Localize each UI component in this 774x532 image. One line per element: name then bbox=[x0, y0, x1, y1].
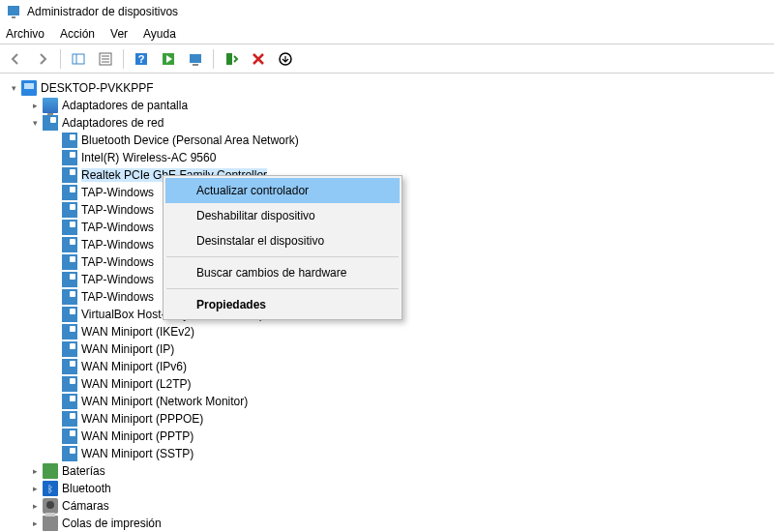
svg-rect-12 bbox=[193, 64, 198, 66]
menu-file[interactable]: Archivo bbox=[6, 27, 45, 41]
monitor-icon bbox=[43, 98, 58, 113]
action-button[interactable] bbox=[157, 47, 180, 71]
network-adapter-icon bbox=[62, 341, 77, 357]
uninstall-device-button[interactable] bbox=[274, 47, 297, 71]
tree-item-wan-ikev2[interactable]: WAN Miniport (IKEv2) bbox=[8, 323, 774, 340]
toolbar-separator bbox=[60, 49, 61, 69]
network-adapter-icon bbox=[62, 307, 77, 322]
chevron-right-icon[interactable]: ▸ bbox=[29, 465, 41, 477]
window-titlebar: Administrador de dispositivos bbox=[0, 0, 774, 23]
network-adapter-icon bbox=[62, 289, 77, 305]
svg-rect-13 bbox=[226, 53, 232, 65]
tree-category-cameras[interactable]: ▸ Cámaras bbox=[8, 497, 774, 515]
network-adapter-icon bbox=[62, 411, 77, 427]
network-adapter-icon bbox=[62, 150, 77, 165]
network-adapter-icon bbox=[62, 254, 77, 270]
chevron-down-icon[interactable]: ▾ bbox=[29, 117, 41, 129]
menu-help[interactable]: Ayuda bbox=[143, 27, 176, 41]
chevron-down-icon[interactable]: ▾ bbox=[8, 82, 19, 94]
tree-root[interactable]: ▾ DESKTOP-PVKKPPF bbox=[8, 79, 774, 97]
forward-button[interactable] bbox=[31, 47, 54, 71]
tree-item-wan-l2tp[interactable]: WAN Miniport (L2TP) bbox=[8, 375, 774, 393]
toolbar-separator bbox=[123, 49, 124, 69]
tree-item-intel-wifi[interactable]: Intel(R) Wireless-AC 9560 bbox=[8, 149, 774, 166]
toolbar-separator bbox=[213, 49, 214, 69]
chevron-right-icon[interactable]: ▸ bbox=[29, 100, 41, 111]
context-menu-separator bbox=[166, 288, 399, 289]
chevron-right-icon[interactable]: ▸ bbox=[29, 483, 41, 494]
tree-item-wan-netmon[interactable]: WAN Miniport (Network Monitor) bbox=[8, 393, 774, 410]
window-title: Administrador de dispositivos bbox=[27, 5, 178, 18]
toolbar: ? bbox=[0, 44, 774, 74]
network-adapter-icon bbox=[43, 115, 58, 131]
tree-category-print-queues[interactable]: ▸ Colas de impresión bbox=[8, 515, 774, 532]
tree-category-bluetooth[interactable]: ▸ ᛒ Bluetooth bbox=[8, 480, 774, 497]
tree-item-bt-pan[interactable]: Bluetooth Device (Personal Area Network) bbox=[8, 132, 774, 149]
svg-text:?: ? bbox=[138, 53, 145, 65]
chevron-right-icon[interactable]: ▸ bbox=[29, 500, 41, 512]
network-adapter-icon bbox=[62, 272, 77, 287]
network-adapter-icon bbox=[62, 394, 77, 409]
svg-rect-2 bbox=[73, 54, 84, 64]
tree-item-wan-pppoe[interactable]: WAN Miniport (PPPOE) bbox=[8, 410, 774, 428]
computer-icon bbox=[21, 80, 37, 96]
tree-category-network-adapters[interactable]: ▾ Adaptadores de red bbox=[8, 114, 774, 132]
tree-item-wan-ip[interactable]: WAN Miniport (IP) bbox=[8, 340, 774, 358]
context-menu-separator bbox=[166, 256, 399, 257]
tree-item-wan-sstp[interactable]: WAN Miniport (SSTP) bbox=[8, 445, 774, 462]
enable-device-button[interactable] bbox=[220, 47, 243, 71]
network-adapter-icon bbox=[62, 324, 77, 340]
ctx-properties[interactable]: Propiedades bbox=[165, 292, 400, 317]
tree-root-label: DESKTOP-PVKKPPF bbox=[41, 81, 153, 95]
menubar: Archivo Acción Ver Ayuda bbox=[0, 23, 774, 44]
svg-rect-11 bbox=[190, 54, 201, 63]
network-adapter-icon bbox=[62, 429, 77, 444]
printer-icon bbox=[43, 516, 58, 531]
ctx-disable-device[interactable]: Deshabilitar dispositivo bbox=[165, 203, 400, 228]
camera-icon bbox=[43, 498, 58, 514]
svg-rect-1 bbox=[12, 16, 15, 18]
svg-rect-0 bbox=[8, 6, 19, 15]
context-menu: Actualizar controlador Deshabilitar disp… bbox=[163, 175, 402, 320]
back-button[interactable] bbox=[4, 47, 27, 71]
app-icon bbox=[6, 4, 21, 19]
network-adapter-icon bbox=[62, 376, 77, 392]
network-adapter-icon bbox=[62, 359, 77, 374]
network-adapter-icon bbox=[62, 167, 77, 183]
tree-item-wan-pptp[interactable]: WAN Miniport (PPTP) bbox=[8, 428, 774, 445]
ctx-scan-hardware[interactable]: Buscar cambios de hardware bbox=[165, 260, 400, 285]
chevron-right-icon[interactable]: ▸ bbox=[29, 517, 41, 529]
network-adapter-icon bbox=[62, 446, 77, 461]
network-adapter-icon bbox=[62, 185, 77, 200]
ctx-uninstall-device[interactable]: Desinstalar el dispositivo bbox=[165, 228, 400, 253]
tree-category-display-adapters[interactable]: ▸ Adaptadores de pantalla bbox=[8, 97, 774, 114]
show-hide-tree-button[interactable] bbox=[67, 47, 90, 71]
tree-item-wan-ipv6[interactable]: WAN Miniport (IPv6) bbox=[8, 358, 774, 375]
network-adapter-icon bbox=[62, 202, 77, 218]
menu-action[interactable]: Acción bbox=[60, 27, 95, 41]
tree-category-batteries[interactable]: ▸ Baterías bbox=[8, 462, 774, 480]
network-adapter-icon bbox=[62, 133, 77, 148]
help-button[interactable]: ? bbox=[130, 47, 153, 71]
bluetooth-icon: ᛒ bbox=[43, 481, 58, 496]
network-adapter-icon bbox=[62, 237, 77, 252]
scan-hardware-button[interactable] bbox=[184, 47, 207, 71]
battery-icon bbox=[43, 463, 58, 479]
menu-view[interactable]: Ver bbox=[110, 27, 128, 41]
properties-button[interactable] bbox=[94, 47, 117, 71]
ctx-update-driver[interactable]: Actualizar controlador bbox=[165, 178, 400, 203]
disable-device-button[interactable] bbox=[247, 47, 270, 71]
network-adapter-icon bbox=[62, 220, 77, 235]
